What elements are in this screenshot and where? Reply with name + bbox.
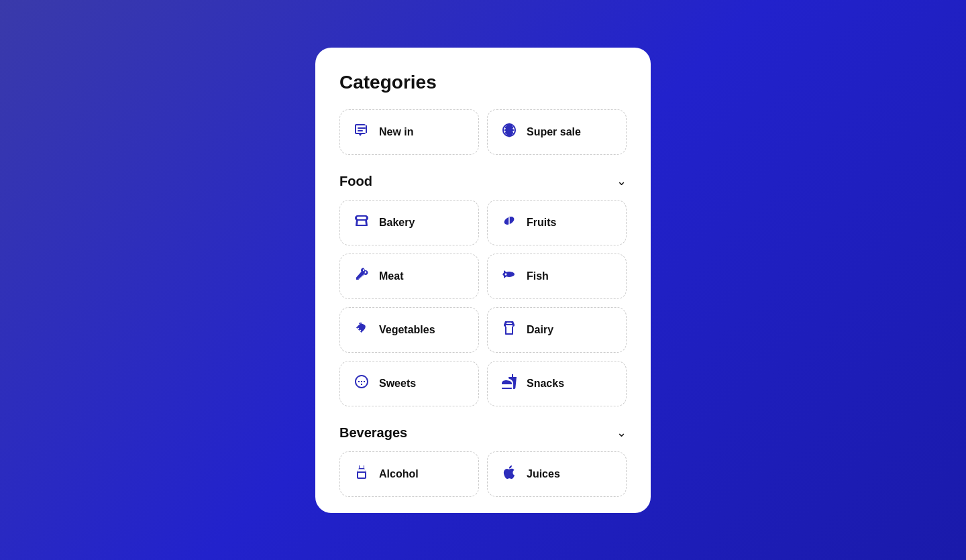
- category-card-fish[interactable]: Fish: [487, 254, 627, 299]
- juices-label: Juices: [527, 468, 560, 480]
- top-categories-grid: New in Super sale: [339, 109, 627, 155]
- dairy-label: Dairy: [527, 324, 553, 336]
- categories-panel: Categories New in Super sale: [315, 48, 651, 513]
- bread-icon: [354, 213, 370, 233]
- beverages-grid: Alcohol Juices: [339, 451, 627, 513]
- beverages-section-header: Beverages ⌄: [339, 425, 627, 441]
- svg-rect-0: [358, 127, 366, 129]
- food-section-header: Food ⌄: [339, 174, 627, 189]
- carrot-icon: [354, 320, 370, 340]
- alcohol-label: Alcohol: [379, 468, 419, 480]
- meat-label: Meat: [379, 270, 403, 282]
- sale-icon: [501, 122, 517, 142]
- drumstick-icon: [354, 266, 370, 286]
- category-card-new-in[interactable]: New in: [339, 109, 479, 155]
- leaf-icon: [501, 213, 517, 233]
- category-card-sweets[interactable]: Sweets: [339, 361, 479, 406]
- apple-icon: [501, 464, 517, 484]
- fish-label: Fish: [527, 270, 549, 282]
- snacks-label: Snacks: [527, 378, 564, 390]
- category-card-fruits[interactable]: Fruits: [487, 200, 627, 245]
- alcohol-icon: [354, 464, 370, 484]
- sweets-label: Sweets: [379, 378, 416, 390]
- food-grid: Bakery Fruits Meat: [339, 200, 627, 406]
- category-card-juices[interactable]: Juices: [487, 451, 627, 497]
- category-card-super-sale[interactable]: Super sale: [487, 109, 627, 155]
- beverages-section: Beverages ⌄ Alcohol Juices: [339, 425, 627, 513]
- category-card-alcohol[interactable]: Alcohol: [339, 451, 479, 497]
- beverages-chevron-icon[interactable]: ⌄: [616, 425, 627, 440]
- cookie-icon: [354, 374, 370, 394]
- food-section-title: Food: [339, 174, 372, 189]
- category-card-bakery[interactable]: Bakery: [339, 200, 479, 245]
- fruits-label: Fruits: [527, 217, 556, 229]
- inbox-icon: [354, 122, 370, 142]
- bakery-label: Bakery: [379, 217, 415, 229]
- category-card-meat[interactable]: Meat: [339, 254, 479, 299]
- new-in-label: New in: [379, 126, 414, 138]
- page-title: Categories: [339, 72, 627, 93]
- category-card-vegetables[interactable]: Vegetables: [339, 307, 479, 353]
- fish-icon: [501, 266, 517, 286]
- category-card-dairy[interactable]: Dairy: [487, 307, 627, 353]
- beverages-section-title: Beverages: [339, 425, 407, 441]
- vegetables-label: Vegetables: [379, 324, 435, 336]
- food-chevron-icon[interactable]: ⌄: [616, 174, 627, 188]
- category-card-snacks[interactable]: Snacks: [487, 361, 627, 406]
- dairy-icon: [501, 320, 517, 340]
- svg-rect-1: [358, 130, 363, 131]
- snack-icon: [501, 374, 517, 394]
- super-sale-label: Super sale: [527, 126, 581, 138]
